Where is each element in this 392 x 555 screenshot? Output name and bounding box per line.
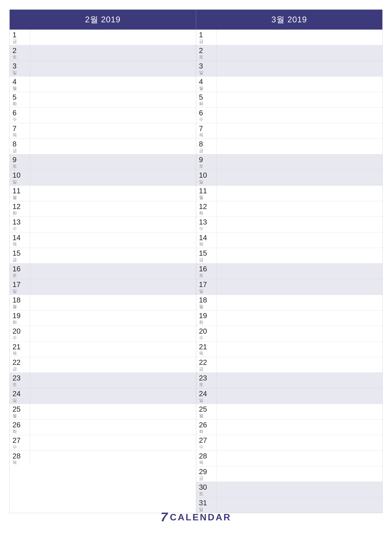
day-number-cell: 17일: [10, 279, 30, 295]
day-number: 14: [13, 234, 21, 241]
day-name: 수: [13, 226, 17, 231]
day-number: 28: [13, 452, 21, 460]
day-number: 27: [13, 437, 21, 444]
day-number: 10: [199, 171, 207, 179]
day-name: 월: [13, 304, 17, 309]
day-row: 16토: [10, 263, 196, 279]
day-row: 8금: [10, 139, 196, 154]
day-content: [217, 279, 383, 295]
day-number: 7: [199, 125, 203, 132]
day-row: 3일: [196, 61, 383, 76]
day-number-cell: 28목: [10, 451, 30, 466]
day-number-cell: 7목: [196, 123, 217, 139]
day-number: 5: [13, 94, 17, 101]
day-number-cell: 23토: [196, 373, 217, 388]
day-row: 13수: [196, 217, 383, 232]
february-header: 2월 2019: [10, 10, 196, 29]
day-row: 21목: [10, 342, 196, 357]
day-number: 16: [199, 265, 207, 272]
day-row: 27수: [10, 435, 196, 451]
day-row: 23토: [10, 373, 196, 388]
day-number: 17: [13, 281, 21, 288]
footer-logo: 7 CALENDAR: [161, 511, 231, 523]
day-number-cell: 9토: [196, 154, 217, 170]
day-content: [217, 497, 383, 513]
day-content: [30, 201, 196, 217]
day-content: [217, 123, 383, 139]
day-number: 12: [199, 203, 207, 210]
day-content: [30, 342, 196, 357]
day-row: 26화: [196, 420, 383, 435]
day-row: 15금: [10, 248, 196, 263]
day-number: 8: [13, 140, 17, 148]
day-number: 15: [199, 249, 207, 257]
day-number: 3: [199, 62, 203, 70]
march-column: 3월 2019 1금2토3일4월5화6수7목8금9토10일11월12화13수14…: [196, 10, 383, 513]
day-content: [30, 248, 196, 263]
day-content: [217, 451, 383, 466]
day-content: [217, 108, 383, 123]
day-row: 29금: [196, 466, 383, 482]
day-row: 5화: [196, 92, 383, 108]
february-days: 1금2토3일4월5화6수7목8금9토10일11월12화13수14목15금16토1…: [10, 29, 196, 466]
day-number: 22: [199, 359, 207, 366]
day-number: 4: [13, 78, 17, 85]
day-content: [30, 279, 196, 295]
day-row: 6수: [10, 108, 196, 123]
day-name: 화: [13, 101, 17, 106]
day-number: 11: [199, 187, 207, 194]
day-name: 월: [13, 195, 17, 200]
day-number-cell: 11월: [196, 186, 217, 201]
february-title: 2월 2019: [85, 15, 121, 24]
day-number: 1: [199, 31, 203, 38]
day-name: 토: [13, 54, 17, 60]
day-name: 금: [199, 257, 203, 263]
day-number: 21: [13, 343, 21, 351]
day-number: 2: [199, 47, 203, 54]
day-name: 화: [13, 320, 17, 325]
day-content: [30, 373, 196, 388]
day-number-cell: 7목: [10, 123, 30, 139]
day-content: [217, 29, 383, 45]
day-number-cell: 8금: [196, 139, 217, 154]
day-number: 22: [13, 359, 21, 366]
day-row: 16토: [196, 263, 383, 279]
day-row: 28목: [10, 451, 196, 466]
day-content: [217, 435, 383, 451]
day-content: [30, 76, 196, 92]
logo-text: CALENDAR: [170, 512, 231, 522]
day-number: 2: [13, 47, 17, 54]
day-number: 31: [199, 499, 207, 506]
day-number: 20: [13, 328, 21, 335]
day-content: [217, 373, 383, 388]
day-content: [30, 388, 196, 404]
day-name: 월: [199, 304, 203, 309]
day-number-cell: 15금: [10, 248, 30, 263]
day-name: 금: [13, 366, 17, 372]
day-name: 월: [13, 413, 17, 418]
day-content: [217, 76, 383, 92]
day-name: 금: [199, 39, 203, 44]
day-number-cell: 3일: [10, 61, 30, 76]
day-content: [30, 154, 196, 170]
day-content: [30, 326, 196, 341]
day-number-cell: 12화: [196, 201, 217, 217]
day-content: [30, 435, 196, 451]
day-number-cell: 24일: [10, 388, 30, 404]
day-name: 수: [13, 335, 17, 340]
day-number-cell: 13수: [196, 217, 217, 232]
day-name: 토: [199, 491, 203, 497]
day-content: [217, 357, 383, 372]
day-number: 19: [199, 312, 207, 319]
day-name: 화: [199, 320, 203, 325]
day-row: 20수: [10, 326, 196, 342]
day-number-cell: 5화: [196, 92, 217, 107]
day-number-cell: 2토: [196, 45, 217, 61]
day-content: [30, 139, 196, 154]
day-number-cell: 3일: [196, 61, 217, 76]
day-number-cell: 15금: [196, 248, 217, 263]
day-number-cell: 26화: [10, 420, 30, 435]
day-name: 화: [13, 210, 17, 216]
day-number-cell: 20수: [10, 326, 30, 341]
day-name: 일: [199, 70, 203, 75]
